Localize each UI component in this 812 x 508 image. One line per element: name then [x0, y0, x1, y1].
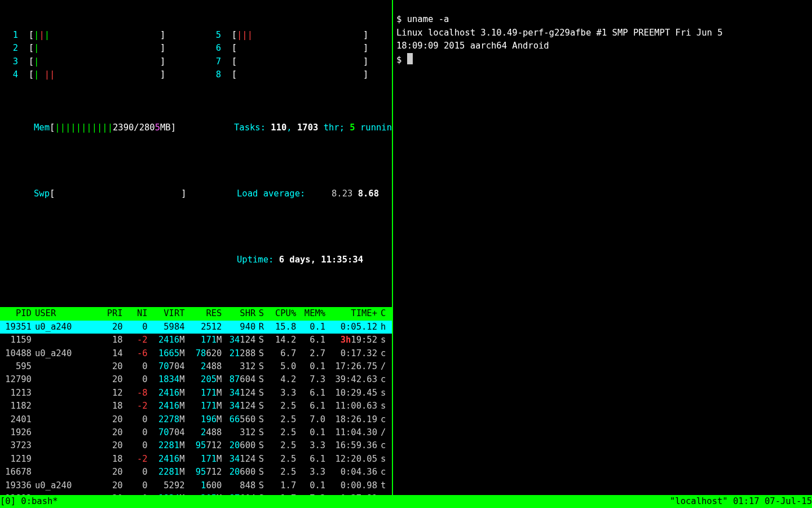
cpu-meter-5: 5 [||| ]: [205, 29, 368, 42]
col-cmd: C: [377, 307, 392, 320]
uname-output: Linux localhost 3.10.49-perf-g229afbe #1…: [396, 28, 723, 51]
cpu-meter-1: 1 [||| ]: [2, 29, 165, 42]
col-s: S: [255, 307, 267, 320]
col-virt: VIRT: [148, 307, 185, 320]
col-res: RES: [185, 307, 222, 320]
process-row[interactable]: 10488u0_a24014-6 1665M 78620 21288S6.72.…: [0, 347, 392, 360]
col-cpu: CPU%: [267, 307, 296, 320]
cmd-uname: uname -a: [407, 14, 449, 24]
selected-process-row[interactable]: 19351u0_a24020059842512940R15.80.10:05.1…: [0, 321, 392, 334]
process-row[interactable]: 118218-2 2416M 171M 34124S2.56.111:00.63…: [0, 400, 392, 413]
process-row[interactable]: 19336u0_a240200 5292 1600 848S1.70.10:00…: [0, 479, 392, 492]
htop-pane[interactable]: 1 [||| ] 2 [| ] 3 [| ] 4 [| || ] 5 [||| …: [0, 0, 393, 495]
process-row[interactable]: 3723200 2281M 95712 20600S2.53.316:59.36…: [0, 439, 392, 452]
htop-header: 1 [||| ] 2 [| ] 3 [| ] 4 [| || ] 5 [||| …: [0, 0, 392, 307]
process-list[interactable]: 19351u0_a24020059842512940R15.80.10:05.1…: [0, 321, 392, 495]
process-row[interactable]: 121918-2 2416M 171M 34124S2.56.112:20.05…: [0, 453, 392, 466]
tmux-session: [0] 0:bash*: [0, 495, 58, 508]
prompt: $: [396, 55, 407, 65]
cpu-meter-3: 3 [| ]: [2, 55, 165, 68]
tmux-clock: "localhost" 01:17 07-Jul-15: [670, 495, 812, 508]
cpu-meter-6: 6 [ ]: [205, 42, 368, 55]
process-row[interactable]: 16678200 2281M 95712 20600S2.53.30:04.36…: [0, 466, 392, 479]
col-mem: MEM%: [296, 307, 325, 320]
process-row[interactable]: 115918-2 2416M 171M 34124S14.26.13h19:52…: [0, 334, 392, 347]
col-user: USER: [32, 307, 98, 320]
cpu-meter-7: 7 [ ]: [205, 55, 368, 68]
process-row[interactable]: 1926200 70704 2488 312S2.50.111:04.30/: [0, 426, 392, 439]
process-row[interactable]: 121312-8 2416M 171M 34124S3.36.110:29.45…: [0, 387, 392, 400]
process-table-header[interactable]: PID USER PRI NI VIRT RES SHR S CPU% MEM%…: [0, 307, 392, 320]
load-avg: Load average: 8.23 8.68: [205, 174, 392, 213]
mem-meter: Mem[|||||||||||2390/2805MB]: [2, 108, 202, 147]
shell-pane[interactable]: $ uname -a Linux localhost 3.10.49-perf-…: [393, 0, 812, 495]
col-ni: NI: [123, 307, 148, 320]
cursor-icon: [407, 53, 413, 64]
swap-meter: Swp[ ]: [2, 174, 205, 213]
cpu-meter-8: 8 [ ]: [205, 68, 368, 81]
col-pri: PRI: [98, 307, 123, 320]
cpu-meter-2: 2 [| ]: [2, 42, 165, 55]
tasks-summary: Tasks: 110, 1703 thr; 5 runnin: [202, 108, 392, 147]
prompt: $: [396, 14, 407, 24]
process-row[interactable]: 595200 70704 2488 312S5.00.117:26.75/: [0, 360, 392, 373]
tmux-status-bar[interactable]: [0] 0:bash* "localhost" 01:17 07-Jul-15: [0, 495, 812, 508]
col-pid: PID: [0, 307, 32, 320]
process-row[interactable]: 2401200 2278M 196M 66560S2.57.018:26.19c: [0, 413, 392, 426]
col-time: TIME+: [325, 307, 377, 320]
cpu-meter-4: 4 [| || ]: [2, 68, 165, 81]
tmux-panes: 1 [||| ] 2 [| ] 3 [| ] 4 [| || ] 5 [||| …: [0, 0, 812, 495]
tmux-screen: 1 [||| ] 2 [| ] 3 [| ] 4 [| || ] 5 [||| …: [0, 0, 812, 508]
process-row[interactable]: 12790200 1834M 205M 87604S4.27.339:42.63…: [0, 373, 392, 386]
col-shr: SHR: [222, 307, 255, 320]
uptime: Uptime: 6 days, 11:35:34: [205, 240, 392, 279]
